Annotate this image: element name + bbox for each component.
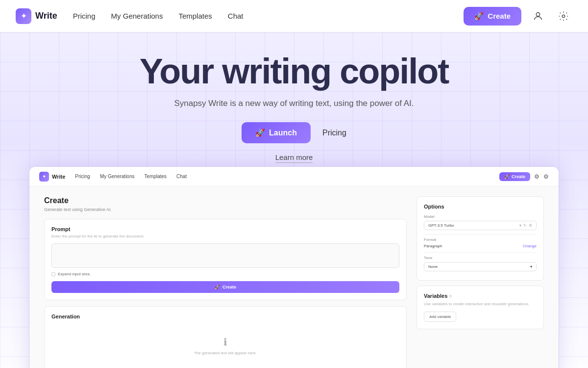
gear-icon bbox=[558, 11, 569, 22]
ss-generation-empty-text: The generated text will appear here. bbox=[56, 351, 394, 355]
pricing-link[interactable]: Pricing bbox=[322, 129, 346, 137]
create-button[interactable]: 🚀 Create bbox=[464, 7, 521, 26]
ss-settings-icon: ⚙ bbox=[534, 173, 539, 180]
nav-link-chat[interactable]: Chat bbox=[228, 12, 244, 20]
ss-variables-card: Variables 0 Use variables to create inte… bbox=[416, 286, 544, 329]
screenshot-navbar: ✦ Write Pricing My Generations Templates… bbox=[29, 167, 559, 186]
ss-format-change: Change bbox=[523, 244, 537, 248]
ss-tone-select: None ▾ bbox=[424, 262, 537, 271]
ss-create-btn-full: 🚀 Create bbox=[51, 281, 399, 293]
ss-model-actions: ▾ ↻ ⚙ bbox=[519, 223, 532, 228]
ss-nav-right: 🚀 Create ⚙ ⚙ bbox=[499, 172, 549, 181]
ss-page-subtitle: Generate text using Generative AI. bbox=[44, 207, 407, 212]
ss-nav-chat: Chat bbox=[176, 174, 187, 179]
ss-page-title: Create bbox=[44, 196, 407, 205]
screenshot-body: Create Generate text using Generative AI… bbox=[29, 186, 559, 368]
ss-model-chevron-icon: ▾ bbox=[519, 223, 521, 228]
app-screenshot: ✦ Write Pricing My Generations Templates… bbox=[29, 167, 559, 368]
user-icon bbox=[533, 11, 543, 22]
ss-variables-header: Variables 0 bbox=[424, 293, 537, 299]
hero-subtitle: Synapsy Write is a new way of writing te… bbox=[140, 99, 449, 108]
ss-divider-1 bbox=[424, 234, 537, 235]
nav-link-templates[interactable]: Templates bbox=[178, 12, 212, 20]
hero-title: Your writing copilot bbox=[140, 52, 449, 91]
ss-nav-templates: Templates bbox=[144, 174, 167, 179]
ss-format-row: Paragraph Change bbox=[424, 244, 537, 248]
launch-rocket-icon: 🚀 bbox=[255, 128, 265, 137]
svg-point-0 bbox=[536, 12, 539, 16]
ss-prompt-card: Prompt Enter the prompt for the AI to ge… bbox=[44, 219, 407, 300]
hero-section: Your writing copilot Synapsy Write is a … bbox=[0, 32, 588, 368]
launch-button[interactable]: 🚀 Launch bbox=[242, 122, 311, 143]
ss-gear-icon: ⚙ bbox=[543, 173, 549, 180]
ss-expand-checkbox bbox=[51, 272, 55, 276]
profile-icon-button[interactable] bbox=[529, 7, 547, 25]
ss-logo: ✦ Write bbox=[39, 172, 65, 182]
nav-link-pricing[interactable]: Pricing bbox=[73, 12, 96, 20]
ss-generation-card: Generation ℹ The generated text will app… bbox=[44, 306, 407, 368]
logo-icon: ✦ bbox=[16, 8, 31, 24]
ss-model-value: GPT-3.5 Turbo bbox=[428, 223, 454, 228]
svg-point-1 bbox=[562, 15, 565, 18]
hero-content: Your writing copilot Synapsy Write is a … bbox=[140, 52, 449, 162]
navbar-left: ✦ Write Pricing My Generations Templates… bbox=[16, 8, 244, 24]
rocket-icon: 🚀 bbox=[474, 12, 484, 21]
ss-generation-empty-icon: ℹ bbox=[56, 336, 394, 348]
learn-more-link[interactable]: Learn more bbox=[275, 153, 313, 163]
ss-logo-icon: ✦ bbox=[39, 172, 49, 182]
ss-prompt-title: Prompt bbox=[51, 226, 399, 232]
ss-variables-subtitle: Use variables to create interactive and … bbox=[424, 302, 537, 306]
ss-model-label: Model bbox=[424, 214, 537, 219]
ss-variables-badge: 0 bbox=[449, 294, 451, 298]
ss-divider-2 bbox=[424, 252, 537, 253]
logo[interactable]: ✦ Write bbox=[16, 8, 57, 24]
ss-format-label: Format bbox=[424, 237, 537, 242]
ss-prompt-subtitle: Enter the prompt for the AI to generate … bbox=[51, 234, 399, 238]
ss-options-card: Options Model GPT-3.5 Turbo ▾ ↻ ⚙ Format… bbox=[416, 196, 544, 281]
ss-tone-value: None bbox=[428, 264, 438, 269]
ss-model-refresh-icon: ↻ bbox=[523, 223, 527, 228]
ss-add-variable-button: Add variable bbox=[424, 312, 456, 322]
ss-nav-my-generations: My Generations bbox=[100, 174, 135, 179]
ss-model-select: GPT-3.5 Turbo ▾ ↻ ⚙ bbox=[424, 221, 537, 230]
ss-logo-text: Write bbox=[52, 174, 65, 180]
nav-link-my-generations[interactable]: My Generations bbox=[111, 12, 163, 20]
ss-create-button: 🚀 Create bbox=[499, 172, 530, 181]
ss-main-column: Create Generate text using Generative AI… bbox=[44, 196, 416, 368]
ss-model-settings-icon: ⚙ bbox=[529, 223, 532, 228]
ss-format-value: Paragraph bbox=[424, 244, 442, 248]
ss-sidebar: Options Model GPT-3.5 Turbo ▾ ↻ ⚙ Format… bbox=[416, 196, 544, 368]
logo-text: Write bbox=[35, 11, 57, 21]
ss-variables-title: Variables bbox=[424, 293, 447, 299]
ss-tone-label: Tone bbox=[424, 256, 537, 260]
ss-expand-label: Expand input area bbox=[58, 272, 90, 276]
ss-tone-chevron-icon: ▾ bbox=[530, 264, 532, 269]
ss-nav-left: ✦ Write Pricing My Generations Templates… bbox=[39, 172, 187, 182]
ss-generation-title: Generation bbox=[51, 314, 399, 319]
ss-options-title: Options bbox=[424, 204, 537, 210]
ss-nav-pricing: Pricing bbox=[75, 174, 90, 179]
hero-buttons: 🚀 Launch Pricing bbox=[140, 122, 449, 143]
ss-generation-empty: ℹ The generated text will appear here. bbox=[51, 326, 399, 365]
settings-icon-button[interactable] bbox=[555, 7, 572, 25]
ss-expand-row: Expand input area bbox=[51, 272, 399, 276]
ss-prompt-textarea bbox=[51, 243, 399, 268]
navbar-right: 🚀 Create bbox=[464, 7, 572, 26]
navbar: ✦ Write Pricing My Generations Templates… bbox=[0, 0, 588, 32]
